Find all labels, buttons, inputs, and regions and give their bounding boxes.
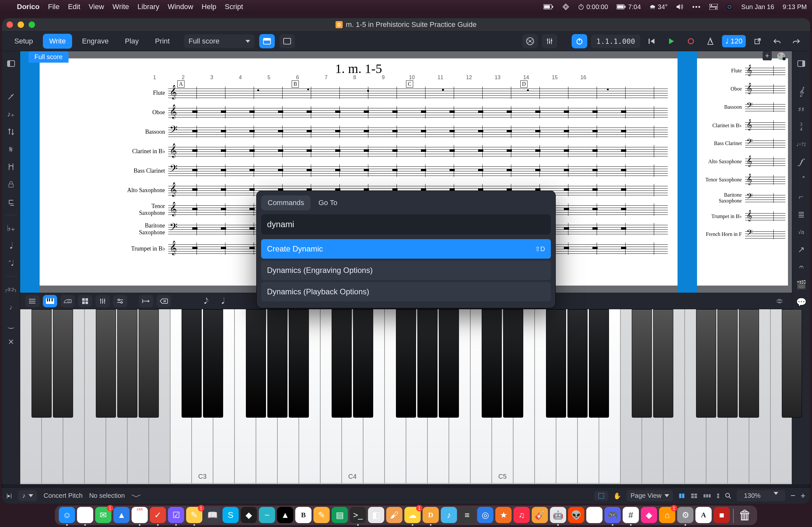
mini-staff-row[interactable]: Oboe𝄞 [700, 80, 785, 98]
tempo-tool[interactable]: ♩=72 [795, 138, 808, 150]
dock-app-triangle[interactable]: ▲ [277, 507, 293, 523]
bp-mixer-button[interactable] [96, 295, 110, 307]
undo-button[interactable] [769, 34, 785, 48]
close-window-button[interactable] [6, 21, 13, 28]
staff[interactable]: 𝄢 [745, 102, 785, 112]
dock-app-skype[interactable]: S [222, 507, 239, 523]
dock-app-bold[interactable]: B [295, 507, 311, 523]
dock-app-color[interactable]: ◧ [368, 507, 384, 523]
rewind-button[interactable] [644, 34, 660, 48]
dock-app-reddit[interactable]: 👽 [568, 507, 584, 523]
mini-staff-row[interactable]: Trumpet in B♭𝄞 [700, 207, 785, 225]
mini-staff-row[interactable]: Tenor Saxophone𝄞 [700, 171, 785, 189]
external-button[interactable] [750, 34, 765, 48]
black-key[interactable] [632, 309, 652, 418]
black-key[interactable] [332, 309, 352, 418]
dock-app-font[interactable]: A [695, 507, 712, 523]
dock-app-calendar[interactable]: 16JAN [132, 507, 148, 523]
note-input-tool[interactable]: ♪₊ [4, 108, 17, 120]
overflow-icon[interactable]: ••• [692, 3, 701, 11]
command-result[interactable]: Dynamics (Playback Options) [261, 282, 551, 301]
black-key[interactable] [117, 309, 137, 418]
piano-keyboard[interactable]: C3C4C5 [20, 309, 792, 484]
page-arrangement-4[interactable] [716, 493, 720, 499]
minimize-window-button[interactable] [17, 21, 24, 28]
dock-app-applemusic[interactable]: ♫ [513, 507, 530, 523]
cue-tool[interactable]: ⊏̲ [4, 196, 17, 208]
tie-tool[interactable]: ‿ [4, 319, 17, 330]
black-key[interactable] [96, 309, 116, 418]
dock-app-sheets[interactable]: ▤ [332, 507, 348, 523]
black-key[interactable] [182, 309, 202, 418]
layout-tab-fullscore[interactable]: Full score [29, 51, 69, 63]
black-key[interactable] [417, 309, 437, 418]
staff[interactable]: 𝄞 [745, 157, 785, 166]
command-result[interactable]: Dynamics (Engraving Options) [261, 260, 551, 280]
color-palette-button[interactable] [774, 51, 788, 61]
dock-app-photos[interactable]: ✿ [586, 507, 603, 523]
app-name[interactable]: Dorico [17, 3, 40, 11]
dock-app-terminal[interactable]: >_ [350, 507, 366, 523]
right-panel-toggle[interactable] [795, 58, 808, 70]
black-key[interactable] [482, 309, 502, 418]
staff-row[interactable]: Oboe𝄞 [126, 103, 668, 122]
staff-row[interactable]: Clarinet in B♭𝄞 [126, 141, 668, 161]
panel-layout-single-button[interactable] [279, 34, 295, 48]
comments-tool[interactable]: 💬 [795, 296, 808, 308]
black-key[interactable] [53, 309, 73, 418]
staff[interactable]: 𝄞 [745, 211, 785, 221]
stopwatch-status[interactable]: 0:00:00 [578, 3, 608, 11]
bp-settings-button[interactable] [113, 295, 127, 307]
video-button[interactable] [522, 34, 538, 48]
dock-app-teams[interactable]: ★ [495, 507, 511, 523]
cmd-tab-goto[interactable]: Go To [312, 195, 344, 210]
mode-write[interactable]: Write [43, 34, 72, 49]
dock-app-figma[interactable]: ◆ [241, 507, 257, 523]
dock-app-finder[interactable]: ☺ [59, 507, 75, 523]
insert-tool[interactable]: 𝄋 [4, 144, 17, 155]
staff[interactable]: 𝄢 [745, 229, 785, 239]
bp-input-range-button[interactable] [139, 295, 153, 307]
black-key[interactable] [567, 309, 588, 418]
menu-file[interactable]: File [48, 3, 59, 11]
page-arrangement-3[interactable] [703, 493, 711, 499]
dock-app-tasks[interactable]: ☑ [168, 507, 184, 523]
dock-app-notes[interactable]: ✎1 [186, 507, 202, 523]
mode-print[interactable]: Print [148, 34, 176, 49]
playing-tech-tool[interactable]: ↗ [795, 244, 808, 255]
left-panel-toggle[interactable] [4, 58, 17, 70]
dock-app-slack[interactable]: # [623, 507, 639, 523]
dock-app-eq[interactable]: ≡ [459, 507, 475, 523]
redo-button[interactable] [788, 34, 804, 48]
key-sig-tool[interactable]: ♯♯ [795, 104, 808, 115]
hand-tool-icon[interactable]: ✋ [613, 492, 621, 500]
dock-app-music[interactable]: ♪ [441, 507, 457, 523]
staff[interactable]: 𝄞 [168, 106, 668, 118]
staff[interactable]: 𝄞 [168, 87, 668, 99]
page-arrangement-1[interactable] [678, 493, 685, 499]
staff[interactable]: 𝄢 [168, 125, 668, 138]
cmd-tab-commands[interactable]: Commands [261, 195, 310, 210]
drag-handle-icon[interactable] [131, 494, 588, 497]
zoom-out-button[interactable]: − [791, 491, 795, 501]
black-key[interactable] [653, 309, 673, 418]
bp-keyboard-button[interactable] [43, 295, 57, 307]
staff-row[interactable]: Bass Clarinet𝄢 [126, 161, 668, 180]
black-key[interactable] [353, 309, 373, 418]
black-key[interactable] [546, 309, 566, 418]
bp-note-sharp-button[interactable]: 𝅘𝅥 [214, 295, 229, 307]
menu-library[interactable]: Library [137, 3, 159, 11]
zoom-search-icon[interactable] [725, 493, 731, 499]
mini-staff-row[interactable]: French Horn in F𝄢 [700, 225, 785, 243]
dock-app-note[interactable]: ✎ [314, 507, 330, 523]
dock-app-discord[interactable]: 🎮 [605, 507, 621, 523]
black-key[interactable] [717, 309, 738, 418]
mode-engrave[interactable]: Engrave [75, 34, 115, 49]
bracket-tool[interactable]: ⌐ [795, 191, 808, 203]
video-cue-tool[interactable]: 🎬 [795, 279, 808, 290]
staff[interactable]: 𝄢 [745, 138, 785, 148]
staff[interactable]: 𝄞 [745, 66, 785, 76]
staff[interactable]: 𝄞 [168, 145, 668, 157]
dock-app-todoist[interactable]: ✓ [150, 507, 166, 523]
staff[interactable]: 𝄢 [168, 165, 668, 177]
